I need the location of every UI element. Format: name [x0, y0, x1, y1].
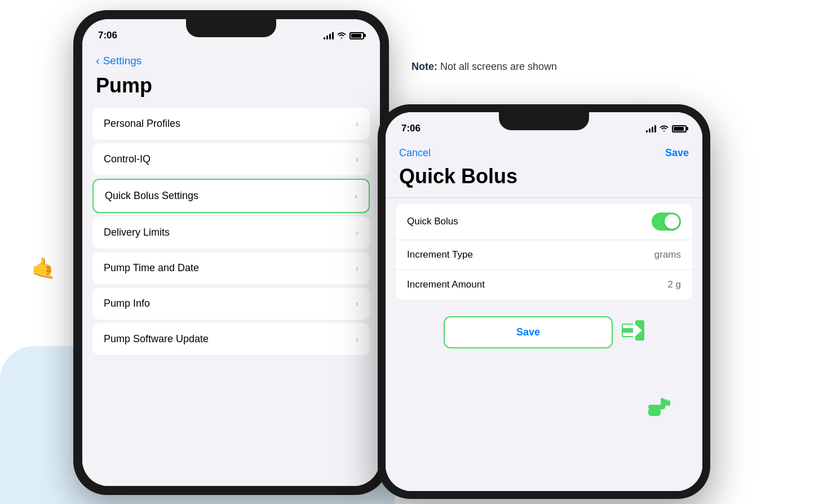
pump-menu-list: Personal Profiles › Control-IQ › Quick B… — [82, 108, 380, 355]
menu-item-control-iq[interactable]: Control-IQ › — [92, 143, 370, 175]
menu-item-label: Pump Time and Date — [104, 262, 199, 274]
chevron-right-icon: › — [356, 154, 359, 165]
battery-icon — [349, 32, 364, 39]
phone2-notch — [499, 112, 589, 130]
phone2-content: Cancel Save Quick Bolus Quick Bolus Incr… — [386, 140, 702, 491]
phone1-screen: 7:06 — [82, 19, 380, 486]
pump-page-title: Pump — [82, 70, 380, 108]
hand-icon-left: 🤙 — [31, 257, 56, 280]
toggle-thumb — [665, 214, 679, 229]
hand-icon-right — [647, 395, 671, 423]
phone2-status-icons — [646, 125, 687, 133]
wifi-icon — [660, 125, 669, 133]
phone2-time: 7:06 — [401, 123, 421, 134]
menu-item-label: Pump Info — [104, 298, 150, 310]
save-button[interactable]: Save — [444, 316, 613, 348]
menu-item-label: Delivery Limits — [104, 227, 170, 238]
svg-rect-3 — [623, 325, 633, 328]
phone1-notch — [186, 19, 276, 37]
battery-icon — [672, 125, 687, 132]
save-icon — [622, 320, 644, 345]
increment-type-value: grams — [654, 249, 681, 260]
chevron-right-icon: › — [356, 263, 359, 273]
chevron-right-icon: › — [356, 228, 359, 238]
chevron-right-icon: › — [356, 119, 359, 129]
phone1-device: 7:06 — [73, 10, 389, 495]
quick-bolus-label: Quick Bolus — [407, 216, 458, 227]
back-navigation[interactable]: ‹ Settings — [82, 47, 380, 70]
svg-rect-7 — [661, 398, 664, 403]
back-chevron-icon: ‹ — [96, 54, 100, 67]
menu-item-pump-time-date[interactable]: Pump Time and Date › — [92, 252, 370, 284]
chevron-right-icon: › — [355, 191, 357, 201]
chevron-right-icon: › — [356, 334, 359, 344]
increment-amount-label: Increment Amount — [407, 279, 485, 290]
quick-bolus-title: Quick Bolus — [386, 162, 702, 197]
menu-item-label: Quick Bolus Settings — [105, 190, 198, 202]
svg-rect-4 — [623, 333, 633, 336]
phone2-device: 7:06 — [378, 104, 710, 499]
svg-rect-9 — [667, 400, 670, 406]
menu-item-personal-profiles[interactable]: Personal Profiles › — [92, 108, 370, 140]
back-label: Settings — [103, 55, 142, 67]
increment-type-row[interactable]: Increment Type grams — [396, 240, 692, 269]
menu-item-delivery-limits[interactable]: Delivery Limits › — [92, 216, 370, 249]
menu-item-pump-info[interactable]: Pump Info › — [92, 288, 370, 320]
wifi-icon — [337, 32, 346, 40]
cancel-button[interactable]: Cancel — [399, 147, 431, 159]
menu-item-label: Control-IQ — [104, 153, 151, 165]
phone2-navigation: Cancel Save — [386, 140, 702, 162]
svg-rect-8 — [664, 399, 667, 406]
menu-item-label: Personal Profiles — [104, 118, 180, 130]
menu-item-quick-bolus-settings[interactable]: Quick Bolus Settings › — [92, 179, 370, 213]
signal-icon — [646, 125, 656, 132]
menu-item-label: Pump Software Update — [104, 333, 209, 345]
increment-amount-value: 2 g — [667, 279, 681, 290]
quick-bolus-toggle[interactable] — [652, 213, 681, 231]
phone1-time: 7:06 — [98, 30, 117, 41]
increment-type-label: Increment Type — [407, 249, 473, 260]
phone2-screen: 7:06 — [386, 112, 702, 491]
note-prefix: Note: — [412, 61, 437, 72]
save-nav-button[interactable]: Save — [665, 147, 689, 159]
quick-bolus-row: Quick Bolus — [396, 204, 692, 240]
menu-item-pump-software-update[interactable]: Pump Software Update › — [92, 323, 370, 355]
phone1-content: ‹ Settings Pump Personal Profiles › Cont… — [82, 47, 380, 486]
section-divider — [386, 197, 702, 198]
svg-rect-10 — [648, 408, 661, 416]
save-button-container: Save — [386, 305, 702, 360]
note-text: Note: Not all screens are shown — [412, 61, 557, 73]
quick-bolus-settings-section: Quick Bolus Increment Type grams Increme… — [396, 204, 692, 299]
increment-amount-row[interactable]: Increment Amount 2 g — [396, 269, 692, 299]
chevron-right-icon: › — [356, 299, 359, 309]
signal-icon — [324, 32, 334, 39]
phone1-status-icons — [324, 32, 364, 40]
note-body: Not all screens are shown — [437, 61, 557, 72]
